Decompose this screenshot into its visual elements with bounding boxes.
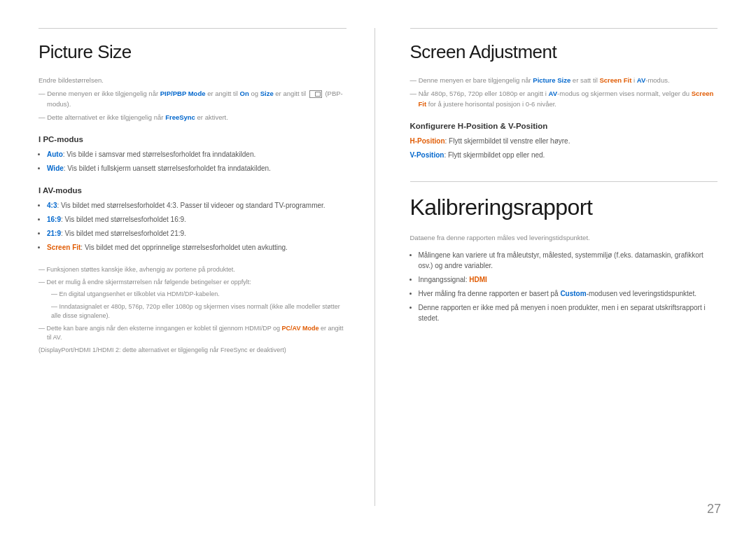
left-column: Picture Size Endre bildestørrelsen. Denn… <box>38 28 375 506</box>
pc-modus-block: I PC-modus Auto: Vis bilde i samsvar med… <box>38 135 346 174</box>
219-text: : Vis bildet med størrelsesforholdet 21:… <box>61 230 186 237</box>
kal-intro: Dataene fra denne rapporten måles ved le… <box>410 233 718 243</box>
wide-label: Wide <box>47 164 64 172</box>
av-ref2: AV <box>549 90 558 97</box>
169-label: 16:9 <box>47 216 61 223</box>
intro-block: Endre bildestørrelsen. Denne menyen er i… <box>38 76 346 122</box>
h-position-line: H-Position: Flytt skjermbildet til venst… <box>410 136 718 146</box>
kal-bullet-3: Hver måling fra denne rapporten er baser… <box>419 288 718 299</box>
av-modus-title: I AV-modus <box>38 186 346 195</box>
auto-label: Auto <box>47 150 63 158</box>
43-label: 4:3 <box>47 202 57 209</box>
intro-text: Endre bildestørrelsen. <box>38 76 346 85</box>
custom-label: Custom <box>560 290 586 297</box>
cond1-dash: — <box>51 290 59 297</box>
note1-text: Denne menyen er ikke tilgjengelig når <box>47 90 160 97</box>
note1: Denne menyen er ikke tilgjengelig når PI… <box>38 89 346 109</box>
freesync-label: FreeSync <box>165 113 195 121</box>
v-position-text: : Flytt skjermbildet opp eller ned. <box>444 151 545 159</box>
screen-adjustment-section: Screen Adjustment Denne menyen er bare t… <box>410 41 718 109</box>
screenfit-text: : Vis bildet med det opprinnelige større… <box>80 244 288 251</box>
v-position-label: V-Position <box>410 151 444 159</box>
note2: Dette alternativet er ikke tilgjengelig … <box>38 113 346 122</box>
top-divider-right <box>410 28 718 29</box>
note2-text: Dette alternativet er ikke tilgjengelig … <box>47 113 165 121</box>
kal-bullet-1: Målingene kan variere ut fra måleutstyr,… <box>419 250 718 271</box>
pc-bullet-auto: Auto: Vis bilde i samsvar med størrelses… <box>47 149 346 160</box>
av-ref: AV <box>637 76 646 84</box>
169-text: : Vis bildet med størrelsesforholdet 16:… <box>61 216 186 223</box>
screenfit-label: Screen Fit <box>47 244 80 251</box>
freesync-label2: FreeSync <box>220 346 248 353</box>
page-number: 27 <box>707 502 721 517</box>
kal-bullet-list: Målingene kan variere ut fra måleutstyr,… <box>419 250 718 323</box>
cond2-dash: — <box>51 303 59 310</box>
h-position-text: : Flytt skjermbildet til venstre eller h… <box>445 137 570 145</box>
219-label: 21:9 <box>47 230 61 237</box>
size-label: Size <box>260 90 274 97</box>
av-bullet-169: 16:9: Vis bildet med størrelsesforholdet… <box>47 214 346 225</box>
note1-end: er angitt til <box>274 90 308 97</box>
notes-block: Funksjonen støttes kanskje ikke, avhengi… <box>38 265 346 355</box>
hv-position-section: Konfigurere H-Position & V-Position H-Po… <box>410 122 718 160</box>
av-label2: AV <box>53 334 61 341</box>
wide-text: : Vis bildet i fullskjerm uansett større… <box>64 164 271 172</box>
av-bullet-screenfit: Screen Fit: Vis bildet med det opprinnel… <box>47 242 346 253</box>
pc-modus-title: I PC-modus <box>38 135 346 143</box>
note1-og: og <box>249 90 260 97</box>
screen-fit-ref: Screen Fit <box>599 76 631 84</box>
av-modus-block: I AV-modus 4:3: Vis bildet med størrelse… <box>38 186 346 253</box>
picture-size-title: Picture Size <box>38 41 346 63</box>
note2-end: er aktivert. <box>195 113 228 121</box>
auto-text: : Vis bilde i samsvar med størrelsesforh… <box>63 150 256 158</box>
hv-title: Konfigurere H-Position & V-Position <box>410 122 718 130</box>
change-note: Det er mulig å endre skjermstørrelsen nå… <box>38 278 346 288</box>
pcav-mode-label: PC/AV Mode <box>282 325 319 332</box>
av-bullet-list: 4:3: Vis bildet med størrelsesforholdet … <box>47 200 346 253</box>
kal-bullet-4: Denne rapporten er ikke med på menyen i … <box>419 302 718 323</box>
screen-note2: Når 480p, 576p, 720p eller 1080p er angi… <box>410 89 718 109</box>
h-position-label: H-Position <box>410 137 445 145</box>
screen-adjustment-title: Screen Adjustment <box>410 41 718 63</box>
top-divider-left <box>38 28 346 29</box>
pc-bullet-list: Auto: Vis bilde i samsvar med størrelses… <box>47 149 346 174</box>
func-note: Funksjonen støttes kanskje ikke, avhengi… <box>38 265 346 275</box>
43-text: : Vis bildet med størrelsesforholdet 4:3… <box>57 202 325 209</box>
kalibrer-section: Kalibreringsrapport Dataene fra denne ra… <box>410 181 718 323</box>
kal-bullet-2: Inngangssignal: HDMI <box>419 274 718 285</box>
screen-note1: Denne menyen er bare tilgjengelig når Pi… <box>410 76 718 85</box>
hdmi-label: HDMI <box>469 276 487 283</box>
cond1-note: — En digital utgangsenhet er tilkoblet v… <box>38 290 346 300</box>
display-note: (DisplayPort/HDMI 1/HDMI 2: dette altern… <box>38 346 346 356</box>
av-bullet-219: 21:9: Vis bildet med størrelsesforholdet… <box>47 228 346 239</box>
av-bullet-43: 4:3: Vis bildet med størrelsesforholdet … <box>47 200 346 211</box>
pip-pbp-label: PIP/PBP Mode <box>160 90 206 97</box>
picture-size-ref: Picture Size <box>533 76 570 84</box>
hdmi-note: Dette kan bare angis når den eksterne in… <box>38 324 346 343</box>
pc-bullet-wide: Wide: Vis bildet i fullskjerm uansett st… <box>47 163 346 174</box>
v-position-line: V-Position: Flytt skjermbildet opp eller… <box>410 150 718 160</box>
on-label: On <box>240 90 249 97</box>
right-column: Screen Adjustment Denne menyen er bare t… <box>375 28 718 506</box>
note1-mid: er angitt til <box>206 90 240 97</box>
kalibrer-title: Kalibreringsrapport <box>410 195 718 220</box>
kalibrer-divider <box>410 181 718 182</box>
cond2-note: — Inndatasignalet er 480p, 576p, 720p el… <box>38 302 346 321</box>
